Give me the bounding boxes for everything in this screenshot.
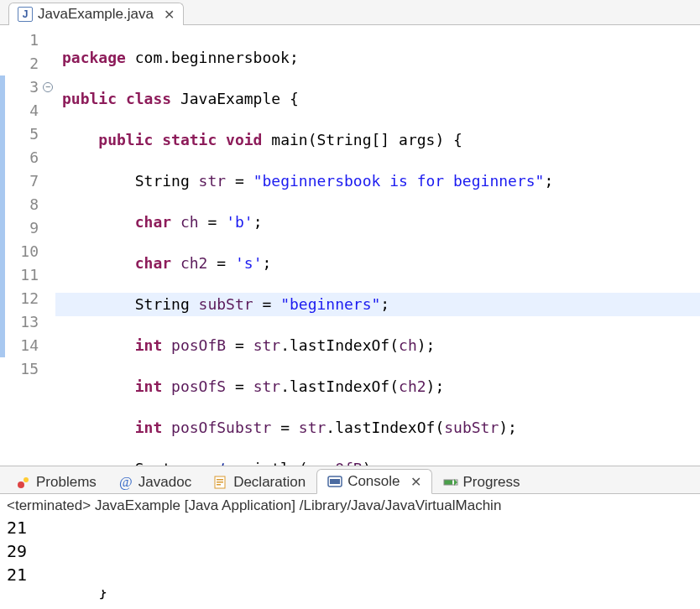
svg-rect-8 — [444, 480, 452, 485]
bottom-panel: Problems @ Javadoc Declaration Console ✕… — [0, 466, 700, 590]
tab-label: Javadoc — [138, 474, 191, 491]
line-number: 10 — [5, 240, 39, 263]
fold-collapse-icon[interactable]: − — [43, 82, 53, 92]
java-file-icon: J — [18, 7, 33, 22]
line-number: 9 — [5, 216, 39, 240]
line-number: 8 — [5, 193, 39, 216]
tab-console[interactable]: Console ✕ — [316, 469, 431, 494]
close-icon[interactable]: ✕ — [164, 7, 175, 23]
line-number: 7 — [5, 169, 39, 193]
tab-label: Declaration — [233, 474, 306, 491]
svg-rect-5 — [217, 484, 221, 486]
svg-point-1 — [24, 477, 29, 482]
editor-tab-label: JavaExample.java — [38, 6, 154, 23]
tab-javadoc[interactable]: @ Javadoc — [107, 469, 202, 494]
tab-problems[interactable]: Problems — [5, 469, 107, 494]
tab-label: Progress — [463, 474, 520, 491]
declaration-icon — [213, 475, 228, 490]
close-icon[interactable]: ✕ — [410, 474, 421, 490]
line-number: 2 — [5, 52, 39, 75]
editor-tabs: J JavaExample.java ✕ — [0, 0, 700, 25]
svg-point-0 — [18, 481, 24, 488]
tab-label: Problems — [36, 474, 97, 491]
line-number: 15 — [5, 357, 39, 381]
console-line: 29 — [7, 539, 693, 563]
tab-progress[interactable]: Progress — [432, 469, 531, 494]
console-status: <terminated> JavaExample [Java Applicati… — [7, 497, 693, 514]
line-number: 13 — [5, 310, 39, 334]
line-number: 4 — [5, 99, 39, 122]
line-number: 12 — [5, 287, 39, 310]
line-number: 14 — [5, 334, 39, 357]
line-number: 1 — [5, 29, 39, 52]
line-number: 11 — [5, 263, 39, 287]
editor-tab-javaexample[interactable]: J JavaExample.java ✕ — [8, 3, 184, 25]
javadoc-icon: @ — [118, 475, 133, 490]
svg-rect-4 — [217, 481, 223, 483]
console-body: <terminated> JavaExample [Java Applicati… — [0, 494, 700, 590]
tab-label: Console — [347, 473, 400, 490]
tab-declaration[interactable]: Declaration — [202, 469, 316, 494]
console-output[interactable]: 21 29 21 — [7, 514, 693, 586]
console-line: 21 — [7, 563, 693, 586]
console-line: 21 — [7, 516, 693, 539]
line-number: 6 — [5, 146, 39, 169]
bottom-tabs: Problems @ Javadoc Declaration Console ✕… — [0, 466, 700, 494]
console-icon — [327, 474, 342, 489]
line-number: 5 — [5, 122, 39, 146]
svg-rect-3 — [217, 479, 223, 481]
line-number: 3 — [5, 75, 39, 99]
svg-rect-7 — [330, 479, 340, 484]
progress-icon — [443, 475, 458, 490]
problems-icon — [16, 475, 31, 490]
